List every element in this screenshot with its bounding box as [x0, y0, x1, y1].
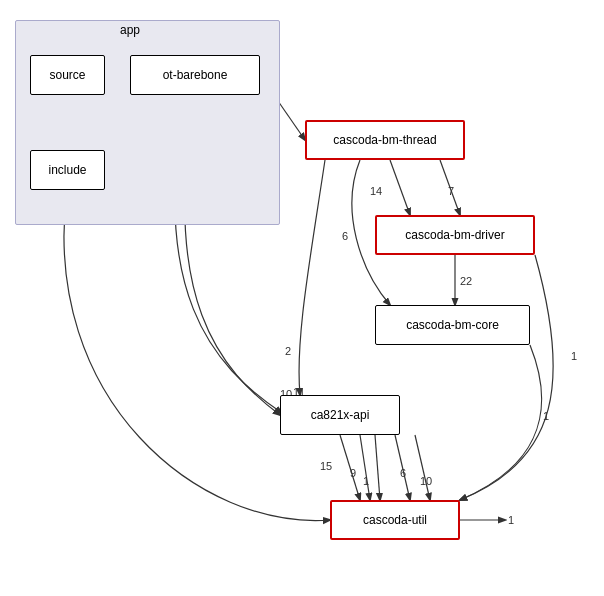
- cascoda-util-node[interactable]: cascoda-util: [330, 500, 460, 540]
- cascoda-bm-core-node[interactable]: cascoda-bm-core: [375, 305, 530, 345]
- svg-line-20: [375, 435, 380, 500]
- svg-line-24: [415, 435, 430, 500]
- ca821x-api-node[interactable]: ca821x-api: [280, 395, 400, 435]
- svg-line-18: [360, 435, 370, 500]
- svg-text:15: 15: [320, 460, 332, 472]
- app-group: [15, 20, 280, 225]
- svg-text:1: 1: [508, 514, 514, 526]
- svg-text:6: 6: [342, 230, 348, 242]
- svg-text:6: 6: [400, 467, 406, 479]
- svg-text:1: 1: [571, 350, 577, 362]
- svg-text:7: 7: [448, 185, 454, 197]
- svg-text:22: 22: [460, 275, 472, 287]
- diagram-container: 3 2 14 7 6 22 1 1 10 11 2 15: [0, 0, 604, 596]
- app-group-label: app: [120, 23, 140, 37]
- svg-text:1: 1: [543, 410, 549, 422]
- svg-text:9: 9: [350, 467, 356, 479]
- svg-text:1: 1: [363, 475, 369, 487]
- include-node[interactable]: include: [30, 150, 105, 190]
- cascoda-bm-thread-node[interactable]: cascoda-bm-thread: [305, 120, 465, 160]
- svg-text:2: 2: [285, 345, 291, 357]
- cascoda-bm-driver-node[interactable]: cascoda-bm-driver: [375, 215, 535, 255]
- ot-barebone-node[interactable]: ot-barebone: [130, 55, 260, 95]
- source-node[interactable]: source: [30, 55, 105, 95]
- svg-text:14: 14: [370, 185, 382, 197]
- svg-line-4: [390, 160, 410, 215]
- svg-text:10: 10: [420, 475, 432, 487]
